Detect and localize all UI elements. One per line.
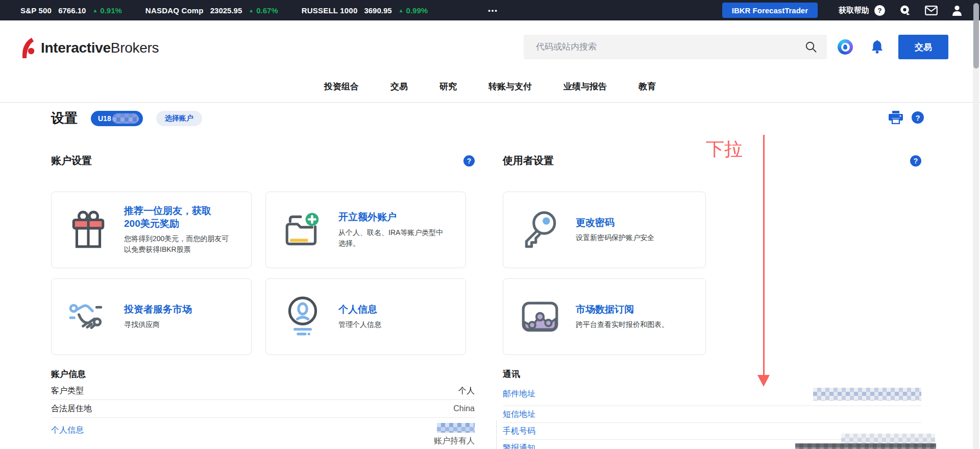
info-row-legal-residence: 合法居住地 China: [51, 400, 475, 418]
search-input[interactable]: [536, 42, 804, 52]
communication-title: 通讯: [503, 368, 921, 380]
annotation-label: 下拉: [706, 137, 743, 162]
page-title: 设置: [51, 109, 78, 127]
card-title: 开立额外账户: [338, 211, 443, 223]
ibkr-logo[interactable]: InteractiveBrokers: [20, 38, 159, 58]
section-help-icon[interactable]: ?: [910, 155, 921, 167]
row-label: 客户类型: [51, 386, 84, 396]
index-change-pct: 0.99%: [406, 6, 428, 15]
row-label: 合法居住地: [51, 404, 92, 414]
card-open-additional-account[interactable]: 开立额外账户 从个人、联名、IRA等账户类型中 选择。: [265, 192, 466, 268]
comm-row-sms: 短信地址: [503, 406, 921, 423]
index-value: 3690.95: [364, 6, 391, 15]
holder-label: 账户持有人: [434, 436, 475, 446]
print-icon[interactable]: [889, 111, 903, 124]
nav-item-research[interactable]: 研究: [438, 78, 458, 96]
nav-item-education[interactable]: 教育: [638, 78, 657, 96]
card-refer-friend[interactable]: 推荐一位朋友，获取 200美元奖励 您将得到200美元，而您的朋友可 以免费获得…: [51, 192, 252, 268]
select-account-button[interactable]: 选择账户: [156, 111, 202, 126]
site-header: InteractiveBrokers 交易 投资组合 交易 研究 转账与支付 业…: [0, 20, 980, 103]
search-icon[interactable]: [804, 40, 818, 54]
card-change-password[interactable]: 更改密码 设置新密码保护账户安全: [503, 192, 706, 268]
settings-page: 设置 U18 选择账户 ? 账户设置 ?: [0, 103, 980, 449]
card-title: 推荐一位朋友，获取 200美元奖励: [124, 205, 229, 230]
gift-icon: [67, 209, 110, 251]
email-redacted: [813, 388, 921, 400]
up-arrow-icon: ▲: [399, 8, 404, 13]
account-info-section: 账户信息 客户类型 个人 合法居住地 China 个人信息 账户持有人: [51, 368, 475, 446]
mobile-number-link[interactable]: 手机号码: [503, 426, 535, 437]
nav-item-performance-reports[interactable]: 业绩与报告: [562, 78, 608, 96]
sms-address-link[interactable]: 短信地址: [503, 409, 535, 420]
ticker-sp500[interactable]: S&P 500 6766.10 ▲ 0.91%: [20, 6, 122, 15]
redacted-value-dark: [795, 443, 936, 449]
card-title: 市场数据订阅: [576, 303, 669, 316]
nav-item-portfolio[interactable]: 投资组合: [323, 78, 360, 96]
brand-bold: Interactive: [41, 40, 111, 56]
help-question-icon[interactable]: ?: [874, 5, 885, 16]
account-info-title: 账户信息: [51, 368, 475, 380]
index-value: 6766.10: [58, 6, 86, 15]
annotation-arrow-head: [757, 375, 770, 387]
chat-support-icon[interactable]: [899, 5, 911, 16]
ibkr-logo-mark: [20, 38, 37, 58]
card-desc: 跨平台查看实时报价和图表。: [576, 319, 669, 330]
impact-app-icon[interactable]: [838, 39, 853, 55]
notifications-bell-icon[interactable]: [870, 40, 884, 56]
section-title: 账户设置: [51, 154, 92, 168]
card-desc: 您将得到200美元，而您的朋友可 以免费获得IBKR股票: [124, 233, 229, 255]
user-profile-icon[interactable]: [951, 5, 963, 16]
card-desc: 管理个人信息: [338, 319, 381, 330]
comm-row-email: 邮件地址: [503, 382, 921, 406]
page-title-row: 设置 U18 选择账户: [51, 109, 202, 127]
index-change-pct: 0.91%: [100, 6, 122, 15]
trade-button[interactable]: 交易: [898, 35, 948, 59]
account-id-prefix: U18: [98, 114, 111, 123]
ticker-more-button[interactable]: •••: [488, 7, 498, 14]
info-row-personal-info: 个人信息 账户持有人: [51, 418, 475, 446]
personal-info-link[interactable]: 个人信息: [51, 418, 84, 436]
card-desc: 设置新密码保护账户安全: [576, 232, 654, 243]
scrollbar-thumb[interactable]: [973, 3, 979, 68]
ticker-nasdaq[interactable]: NASDAQ Comp 23025.95 ▲ 0.67%: [145, 6, 278, 15]
ticker-russell[interactable]: RUSSELL 1000 3690.95 ▲ 0.99%: [302, 6, 428, 15]
get-help-link[interactable]: 获取帮助: [839, 6, 869, 15]
holder-name-redacted: [437, 423, 475, 433]
section-help-icon[interactable]: ?: [463, 155, 475, 167]
index-change-pct: 0.67%: [256, 6, 278, 15]
site-search: [524, 35, 827, 59]
index-name: NASDAQ Comp: [145, 6, 204, 15]
index-change: ▲ 0.67%: [249, 6, 278, 15]
account-settings-section: 账户设置 ? 推荐一位朋友，获取 200美元奖励 您将得到200美元，而您的朋友…: [51, 154, 475, 446]
row-value: 个人: [458, 386, 475, 396]
account-settings-header: 账户设置 ?: [51, 154, 475, 168]
card-text: 投资者服务市场 寻找供应商: [124, 303, 192, 330]
index-name: S&P 500: [20, 6, 52, 15]
alert-notification-link[interactable]: 警报通知: [503, 443, 535, 449]
nav-item-transfer-pay[interactable]: 转账与支付: [487, 78, 533, 96]
up-arrow-icon: ▲: [249, 8, 254, 13]
column-divider: [496, 420, 497, 449]
impact-app-icon-inner: [841, 43, 850, 52]
nav-item-trade[interactable]: 交易: [389, 78, 409, 96]
card-investor-marketplace[interactable]: 投资者服务市场 寻找供应商: [51, 278, 252, 355]
brand-light: Brokers: [111, 40, 159, 56]
card-market-data-subscription[interactable]: 市场数据订阅 跨平台查看实时报价和图表。: [503, 278, 706, 355]
topbar-actions: IBKR ForecastTrader 获取帮助 ?: [722, 3, 963, 18]
email-address-link[interactable]: 邮件地址: [503, 389, 535, 399]
annotation-arrow-line: [763, 135, 765, 376]
card-desc: 寻找供应商: [124, 319, 192, 330]
forecast-trader-button[interactable]: IBKR ForecastTrader: [722, 3, 818, 18]
card-text: 市场数据订阅 跨平台查看实时报价和图表。: [576, 303, 669, 330]
impact-app-icon-dot: [843, 44, 847, 50]
info-row-customer-type: 客户类型 个人: [51, 382, 475, 400]
person-circle-icon: [281, 296, 324, 338]
scrollbar-track[interactable]: [973, 20, 979, 449]
account-settings-cards: 推荐一位朋友，获取 200美元奖励 您将得到200美元，而您的朋友可 以免费获得…: [51, 192, 475, 355]
account-badge[interactable]: U18: [91, 111, 143, 126]
card-personal-info[interactable]: 个人信息 管理个人信息: [265, 278, 466, 355]
mail-icon[interactable]: [925, 6, 938, 15]
card-title: 更改密码: [576, 217, 654, 229]
folder-plus-icon: [281, 209, 324, 251]
page-help-icon[interactable]: ?: [912, 111, 924, 124]
